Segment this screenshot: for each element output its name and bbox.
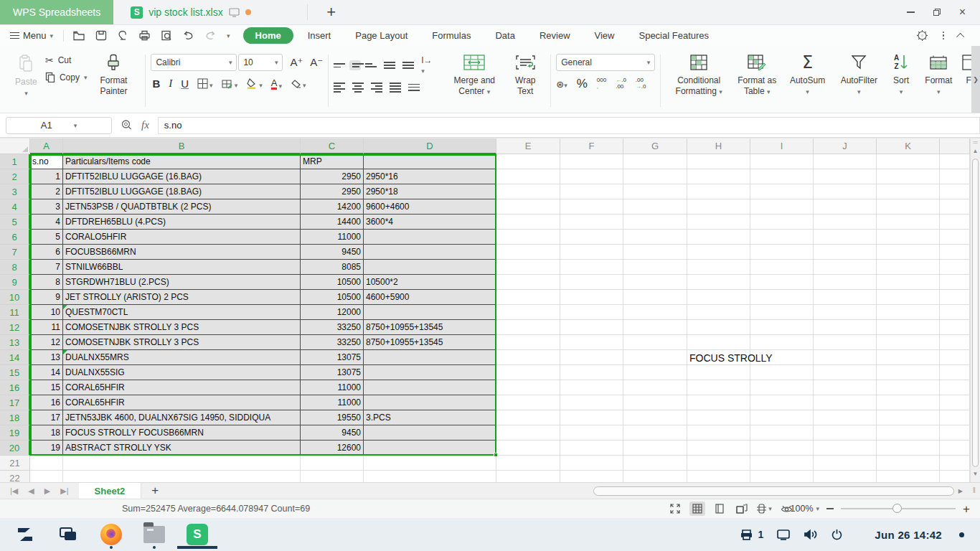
more-options-icon[interactable]: [943, 32, 945, 40]
cell-E18[interactable]: [496, 410, 560, 425]
cell-F20[interactable]: [560, 441, 623, 456]
cell-partial-4[interactable]: [940, 199, 970, 215]
justify-icon[interactable]: [390, 83, 401, 93]
cell-B9[interactable]: STGRDWH71BLU (2.PCS): [63, 275, 301, 290]
cell-F18[interactable]: [560, 410, 623, 425]
select-all-corner[interactable]: [0, 138, 30, 154]
page-break-preview-icon[interactable]: [712, 501, 727, 516]
cell-A14[interactable]: 13: [30, 350, 63, 365]
cell-C14[interactable]: 13075: [301, 350, 364, 365]
cell-F16[interactable]: [560, 380, 623, 395]
cell-A8[interactable]: 7: [30, 260, 63, 275]
cell-F13[interactable]: [560, 335, 623, 350]
zorin-menu-button[interactable]: [13, 520, 37, 549]
cell-F5[interactable]: [560, 215, 623, 230]
cell-H11[interactable]: [687, 305, 750, 320]
cell-J19[interactable]: [814, 425, 877, 441]
export-pdf-icon[interactable]: [117, 30, 128, 42]
undo-icon[interactable]: [182, 31, 194, 41]
cell-B22[interactable]: [63, 471, 301, 482]
cell-D8[interactable]: [364, 260, 496, 275]
cell-K22[interactable]: [877, 471, 940, 482]
cell-C12[interactable]: 33250: [301, 320, 364, 335]
new-document-tab-button[interactable]: +: [315, 0, 347, 24]
menu-tab-special-features[interactable]: Special Features: [628, 27, 719, 44]
borders-button[interactable]: ▾: [197, 78, 213, 89]
cell-D12[interactable]: 8750+10955+13545: [364, 320, 496, 335]
align-center-icon[interactable]: [352, 83, 364, 93]
cell-B13[interactable]: COMOSETNJBK STROLLY 3 PCS: [63, 335, 301, 350]
cell-D10[interactable]: 4600+5900: [364, 290, 496, 305]
cell-D5[interactable]: 3600*4: [364, 215, 496, 230]
cell-D20[interactable]: [364, 441, 496, 456]
notification-dot[interactable]: [959, 532, 964, 537]
cell-A10[interactable]: 9: [30, 290, 63, 305]
cell-A21[interactable]: [30, 456, 63, 471]
column-header-H[interactable]: H: [687, 138, 750, 154]
cell-K7[interactable]: [877, 245, 940, 260]
sort-button[interactable]: AZ Sort ▾: [885, 50, 918, 111]
cell-D1[interactable]: [364, 154, 496, 169]
cell-G3[interactable]: [623, 184, 687, 199]
cell-I16[interactable]: [750, 380, 814, 395]
cell-J3[interactable]: [814, 184, 877, 199]
scroll-right-icon[interactable]: ▶: [954, 488, 963, 494]
cell-J1[interactable]: [814, 154, 877, 169]
cell-G5[interactable]: [623, 215, 687, 230]
fullscreen-icon[interactable]: [667, 501, 683, 516]
cell-K16[interactable]: [877, 380, 940, 395]
wrap-text-button[interactable]: Wrap Text: [505, 50, 545, 111]
cell-A1[interactable]: s.no: [30, 154, 63, 169]
row-header-1[interactable]: 1: [0, 154, 30, 169]
menu-tab-view[interactable]: View: [585, 27, 625, 44]
horizontal-scrollbar[interactable]: ▶: [593, 485, 963, 496]
italic-button[interactable]: I: [169, 77, 172, 90]
cell-D16[interactable]: [364, 380, 496, 395]
cell-G13[interactable]: [623, 335, 687, 350]
zoom-in-icon[interactable]: +: [963, 503, 970, 515]
cell-G1[interactable]: [623, 154, 687, 169]
cell-E10[interactable]: [496, 290, 560, 305]
autosum-button[interactable]: Σ AutoSum ▾: [782, 50, 833, 111]
printer-tray-item[interactable]: 1: [740, 529, 764, 541]
cell-E6[interactable]: [496, 230, 560, 245]
row-header-20[interactable]: 20: [0, 441, 30, 456]
cell-H15[interactable]: [687, 365, 750, 380]
cell-F15[interactable]: [560, 365, 623, 380]
cell-H22[interactable]: [687, 471, 750, 482]
cell-K4[interactable]: [877, 199, 940, 215]
cell-A3[interactable]: 2: [30, 184, 63, 199]
taskbar-clock[interactable]: Jun 26 14:42: [856, 529, 942, 541]
prev-sheet-icon[interactable]: ◀: [28, 486, 34, 496]
format-painter-button[interactable]: Format Painter: [87, 50, 140, 111]
cell-J4[interactable]: [814, 199, 877, 215]
cell-C1[interactable]: MRP: [301, 154, 364, 169]
cell-H13[interactable]: [687, 335, 750, 350]
cell-D18[interactable]: 3.PCS: [364, 410, 496, 425]
cell-G19[interactable]: [623, 425, 687, 441]
power-tray-icon[interactable]: [831, 529, 843, 541]
cell-C9[interactable]: 10500: [301, 275, 364, 290]
cell-I11[interactable]: [750, 305, 814, 320]
cell-G16[interactable]: [623, 380, 687, 395]
cell-B8[interactable]: STNILW66BBL: [63, 260, 301, 275]
cell-E5[interactable]: [496, 215, 560, 230]
cell-F12[interactable]: [560, 320, 623, 335]
cell-H7[interactable]: [687, 245, 750, 260]
cell-B12[interactable]: COMOSETNJBK STROLLY 3 PCS: [63, 320, 301, 335]
fill-handle[interactable]: [494, 453, 498, 457]
cell-H12[interactable]: [687, 320, 750, 335]
cut-button[interactable]: ✂ Cut: [45, 55, 88, 66]
cell-G10[interactable]: [623, 290, 687, 305]
cell-D2[interactable]: 2950*16: [364, 169, 496, 184]
cell-E7[interactable]: [496, 245, 560, 260]
app-menu-button[interactable]: WPS Spreadsheets: [0, 0, 113, 24]
cell-F1[interactable]: [560, 154, 623, 169]
cell-D14[interactable]: [364, 350, 496, 365]
cell-J12[interactable]: [814, 320, 877, 335]
cell-C22[interactable]: [301, 471, 364, 482]
row-header-21[interactable]: 21: [0, 456, 30, 471]
ribbon-expand-strip[interactable]: ❯: [971, 46, 980, 113]
custom-view-icon[interactable]: ▾: [756, 501, 772, 516]
cell-A6[interactable]: 5: [30, 230, 63, 245]
